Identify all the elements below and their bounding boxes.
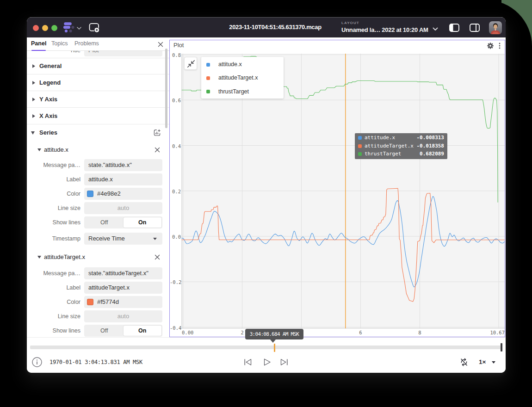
titlebar: 2023-11-10T04:51:45.631370.mcap LAYOUT U… bbox=[27, 17, 506, 37]
info-icon[interactable] bbox=[32, 357, 42, 367]
field-label-title: Title bbox=[27, 51, 80, 56]
show-lines-toggle[interactable]: OffOn bbox=[84, 325, 162, 337]
legend-color-chip bbox=[206, 63, 210, 67]
tooltip-series-value: 0.682089 bbox=[420, 150, 444, 158]
app-window: 2023-11-10T04:51:45.631370.mcap LAYOUT U… bbox=[27, 17, 506, 373]
loop-toggle-button[interactable] bbox=[459, 358, 469, 367]
tab-problems[interactable]: Problems bbox=[74, 37, 99, 51]
message-path-input[interactable]: state."attitude.x" bbox=[84, 159, 162, 171]
field-label: Timestamp bbox=[27, 233, 80, 245]
settings-scrollbar[interactable] bbox=[165, 49, 167, 128]
tooltip-series-value: -0.018358 bbox=[416, 142, 444, 150]
section-label: General bbox=[39, 58, 62, 74]
app-logo-icon[interactable] bbox=[62, 22, 74, 33]
x-axis-tick-label: 6 bbox=[353, 330, 367, 335]
legend-item[interactable]: attitude.x bbox=[201, 58, 284, 71]
section-x-axis[interactable]: X Axis bbox=[27, 108, 169, 124]
show-lines-toggle[interactable]: OffOn bbox=[84, 216, 162, 228]
show-lines-on[interactable]: On bbox=[124, 217, 162, 228]
section-series[interactable]: Series bbox=[27, 124, 169, 141]
x-axis-tick-label: 0.00 bbox=[182, 330, 193, 335]
chevron-down-icon bbox=[31, 131, 35, 135]
scrubber-playhead[interactable] bbox=[274, 344, 275, 352]
y-axis-tick-label: 0.2 bbox=[170, 189, 181, 194]
window-close-button[interactable] bbox=[33, 25, 39, 31]
toggle-right-sidebar-button[interactable] bbox=[470, 24, 480, 32]
color-swatch[interactable] bbox=[87, 191, 93, 197]
field-label: Message pa… bbox=[27, 159, 80, 171]
tab-panel[interactable]: Panel bbox=[31, 37, 46, 51]
field-label: Label bbox=[27, 282, 80, 294]
chevron-right-icon bbox=[32, 81, 35, 85]
desktop: 2023-11-10T04:51:45.631370.mcap LAYOUT U… bbox=[0, 0, 532, 407]
field-label: Color bbox=[27, 296, 80, 308]
add-series-button[interactable] bbox=[154, 129, 161, 136]
seek-end-button[interactable] bbox=[279, 358, 289, 367]
series-header[interactable]: attitude.x bbox=[27, 144, 169, 156]
chevron-right-icon bbox=[32, 114, 35, 118]
playback-scrubber[interactable] bbox=[30, 345, 502, 349]
color-swatch[interactable] bbox=[87, 299, 93, 305]
toggle-left-sidebar-button[interactable] bbox=[449, 24, 459, 32]
line-size-input[interactable]: auto bbox=[84, 202, 162, 214]
tooltip-color-chip bbox=[358, 144, 362, 148]
legend-item[interactable]: attitudeTarget.x bbox=[201, 71, 284, 85]
app-menu-chevron-icon[interactable] bbox=[76, 26, 82, 30]
section-general[interactable]: General bbox=[27, 58, 169, 74]
tab-topics[interactable]: Topics bbox=[51, 37, 68, 51]
tooltip-color-chip bbox=[358, 136, 362, 140]
line-size-input[interactable]: auto bbox=[84, 310, 162, 322]
series-header[interactable]: attitudeTarget.x bbox=[27, 251, 169, 263]
field-label: Line size bbox=[27, 202, 80, 214]
window-minimize-button[interactable] bbox=[42, 25, 48, 31]
x-axis-tick-label: 8 bbox=[413, 330, 427, 335]
plot-panel: Plot 0.80.60.40.20.0-0.2 bbox=[169, 40, 505, 337]
add-panel-button[interactable] bbox=[89, 23, 100, 33]
field-label: Message pa… bbox=[27, 267, 80, 279]
user-avatar[interactable] bbox=[489, 21, 502, 34]
y-axis-tick-label: 0.6 bbox=[170, 98, 181, 103]
show-lines-off[interactable]: Off bbox=[85, 217, 124, 228]
color-value: #4e98e2 bbox=[97, 188, 121, 200]
window-maximize-button[interactable] bbox=[51, 25, 57, 31]
y-axis-tick-label: 0.4 bbox=[170, 143, 181, 149]
legend-collapse-button[interactable] bbox=[184, 57, 197, 70]
color-input[interactable]: #4e98e2 bbox=[84, 188, 162, 200]
plot-legend: attitude.x attitudeTarget.x thrustTarget bbox=[201, 57, 284, 99]
message-path-input[interactable]: state."attitudeTarget.x" bbox=[84, 267, 162, 279]
y-axis-tick-label: -0.4 bbox=[170, 325, 181, 331]
chevron-right-icon bbox=[32, 98, 35, 101]
timestamp-select[interactable]: Receive Time bbox=[84, 233, 162, 245]
plot-hover-tooltip: attitude.x -0.008313 attitudeTarget.x -0… bbox=[355, 133, 447, 159]
label-input[interactable]: attitudeTarget.x bbox=[84, 282, 162, 294]
show-lines-on[interactable]: On bbox=[124, 326, 162, 336]
tooltip-series-name: thrustTarget bbox=[365, 150, 401, 158]
y-axis-tick-label: 0.8 bbox=[170, 52, 181, 58]
playback-speed[interactable]: 1× bbox=[479, 358, 486, 366]
scrubber-hover-tooltip: 3:04:08.684 AM MSK bbox=[245, 329, 303, 339]
legend-label: thrustTarget bbox=[218, 85, 249, 99]
title-input[interactable]: Plot bbox=[84, 51, 162, 56]
chevron-down-icon bbox=[37, 148, 41, 151]
legend-item[interactable]: thrustTarget bbox=[201, 85, 284, 99]
x-axis-tick-label: 10.67 bbox=[487, 330, 505, 335]
layout-menu[interactable]: LAYOUT Unnamed la… 2022 at 10:20 AM bbox=[341, 20, 428, 36]
remove-series-icon[interactable] bbox=[155, 147, 160, 153]
sidebar-close-icon[interactable] bbox=[158, 42, 163, 47]
data-source-title[interactable]: 2023-11-10T04:51:45.631370.mcap bbox=[201, 17, 349, 37]
caret-down-icon bbox=[153, 238, 157, 240]
remove-series-icon[interactable] bbox=[155, 254, 160, 260]
seek-start-button[interactable] bbox=[243, 358, 253, 367]
label-input[interactable]: attitude.x bbox=[84, 173, 162, 185]
play-button[interactable] bbox=[262, 358, 272, 367]
show-lines-off[interactable]: Off bbox=[85, 326, 124, 336]
section-y-axis[interactable]: Y Axis bbox=[27, 91, 169, 108]
scrubber-end-mark bbox=[501, 343, 502, 352]
section-label: X Axis bbox=[39, 108, 57, 124]
section-legend[interactable]: Legend bbox=[27, 74, 169, 91]
layout-chevron-icon[interactable] bbox=[432, 27, 439, 31]
color-input[interactable]: #f5774d bbox=[84, 296, 162, 308]
legend-label: attitude.x bbox=[218, 58, 242, 71]
speed-caret-icon[interactable] bbox=[492, 361, 495, 364]
layout-name: Unnamed la… 2022 at 10:20 AM bbox=[341, 26, 428, 34]
